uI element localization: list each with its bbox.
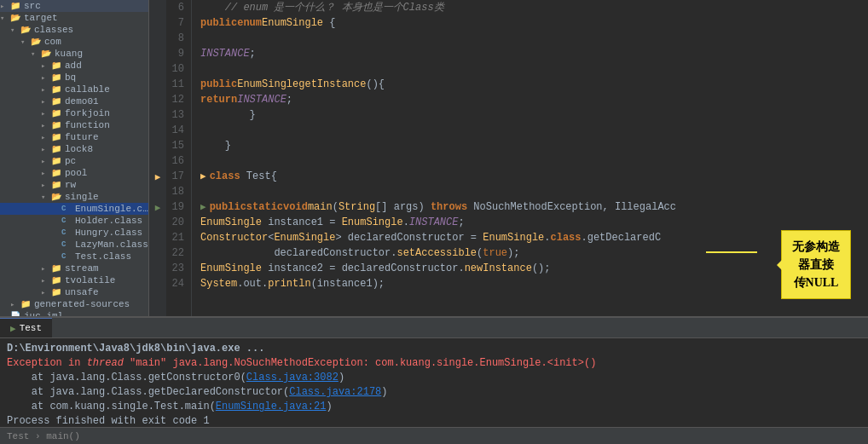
sidebar-item-forkjoin[interactable]: ▸📁forkjoin: [0, 107, 148, 119]
stack-trace: at com.kuang.single.Test.main(EnumSingle…: [7, 401, 333, 412]
sidebar-item-kuang[interactable]: ▾📂kuang: [0, 48, 148, 60]
sidebar-item-lock8[interactable]: ▸📁lock8: [0, 143, 148, 155]
line-number: 10: [170, 61, 184, 77]
process-text: Process finished with exit code 1: [7, 415, 210, 427]
sidebar-item-Test.class[interactable]: CTest.class: [0, 251, 148, 262]
gutter-line: [149, 46, 166, 61]
tree-label: target: [24, 13, 58, 23]
folder-arrow: ▸: [41, 85, 51, 95]
sidebar-item-classes[interactable]: ▾📂classes: [0, 24, 148, 36]
code-line: Constructor<EnumSingle> declaredConstruc…: [200, 230, 868, 245]
tree-label: Test.class: [75, 251, 131, 262]
folder-arrow: ▸: [41, 73, 51, 83]
sidebar-item-src[interactable]: ▸📁src: [0, 0, 148, 12]
line-number: 9: [170, 46, 184, 61]
folder-icon: 📂: [51, 192, 65, 202]
line-number: 11: [170, 77, 184, 92]
sidebar-item-com[interactable]: ▾📂com: [0, 36, 148, 48]
sidebar: ▸📁src▾📂target▾📂classes▾📂com▾📂kuang▸📁add▸…: [0, 0, 149, 316]
line-number: 18: [170, 184, 184, 199]
console-link[interactable]: Class.java:2178: [289, 386, 381, 398]
gutter-line: [149, 31, 166, 46]
gutter-line: [149, 107, 166, 123]
line-number: 17: [170, 169, 184, 184]
sidebar-item-pool[interactable]: ▸📁pool: [0, 167, 148, 179]
code-line: [200, 153, 868, 169]
sidebar-item-rw[interactable]: ▸📁rw: [0, 179, 148, 191]
line-number: 14: [170, 123, 184, 138]
tree-label: src: [24, 1, 41, 11]
tree-label: kuang: [55, 49, 83, 59]
sidebar-item-future[interactable]: ▸📁future: [0, 131, 148, 143]
tree-label: demo01: [65, 96, 99, 107]
code-line: EnumSingle instance2 = declaredConstruct…: [200, 261, 868, 276]
gutter-line: [149, 230, 166, 245]
folder-icon: 📂: [41, 49, 55, 59]
folder-arrow: ▾: [20, 37, 31, 47]
sidebar-item-bq[interactable]: ▸📁bq: [0, 72, 148, 84]
tree-label: LazyMan.class: [75, 239, 148, 250]
arrow-marker: ▶: [200, 169, 206, 184]
sidebar-item-LazyMan.class[interactable]: CLazyMan.class: [0, 239, 148, 251]
folder-arrow: ▸: [41, 264, 51, 274]
class-icon: C: [61, 252, 75, 261]
sidebar-item-single[interactable]: ▾📂single: [0, 191, 148, 203]
folder-arrow: ▸: [41, 121, 51, 130]
folder-arrow: ▾: [10, 26, 20, 35]
folder-arrow: ▸: [41, 169, 51, 178]
sidebar-item-tvolatile[interactable]: ▸📁tvolatile: [0, 274, 148, 286]
folder-arrow: ▸: [0, 2, 10, 11]
tree-label: EnumSingle.class: [75, 204, 148, 214]
gutter-line: [149, 138, 166, 153]
run-icon: ▶: [10, 323, 16, 334]
folder-arrow: ▸: [41, 109, 51, 118]
line-number: 12: [170, 92, 184, 107]
folder-arrow: ▸: [10, 300, 20, 309]
line-number: 8: [170, 31, 184, 46]
sidebar-item-Hungry.class[interactable]: CHungry.class: [0, 227, 148, 239]
sidebar-item-demo01[interactable]: ▸📁demo01: [0, 95, 148, 107]
sidebar-item-callable[interactable]: ▸📁callable: [0, 84, 148, 95]
code-line: ▶ public static void main(String[] args)…: [200, 199, 868, 215]
sidebar-item-EnumSingle.class[interactable]: CEnumSingle.class: [0, 203, 148, 215]
code-line: [200, 31, 868, 46]
line-number: 23: [170, 261, 184, 276]
folder-icon: 📁: [51, 132, 65, 142]
gutter: ▶▶: [149, 0, 166, 316]
tree-label: function: [65, 120, 110, 130]
tab-test[interactable]: ▶ Test: [0, 318, 52, 337]
sidebar-item-juc.iml[interactable]: 📄juc.iml: [0, 310, 148, 316]
tree-label: single: [65, 192, 99, 202]
line-number: 24: [170, 276, 184, 291]
breadcrumb-bar: Test › main(): [0, 427, 868, 444]
run-arrow: ▶: [155, 202, 161, 213]
tree-label: unsafe: [65, 287, 99, 297]
console-link[interactable]: Class.java:3082: [246, 372, 339, 383]
step-arrow: ▶: [155, 171, 161, 182]
folder-arrow: ▸: [41, 157, 51, 166]
sidebar-item-target[interactable]: ▾📂target: [0, 12, 148, 24]
sidebar-item-add[interactable]: ▸📁add: [0, 60, 148, 72]
sidebar-item-stream[interactable]: ▸📁stream: [0, 262, 148, 274]
line-number: 6: [170, 0, 184, 15]
tree-label: lock8: [65, 144, 93, 154]
annotation-popup: 无参构造 器直接 传NULL: [781, 230, 851, 299]
gutter-line: ▶: [149, 199, 166, 215]
sidebar-item-Holder.class[interactable]: CHolder.class: [0, 215, 148, 227]
gutter-line: [149, 61, 166, 77]
folder-arrow: ▾: [31, 49, 41, 59]
gutter-line: [149, 92, 166, 107]
sidebar-item-function[interactable]: ▸📁function: [0, 119, 148, 131]
gutter-line: [149, 261, 166, 276]
sidebar-item-pc[interactable]: ▸📁pc: [0, 155, 148, 167]
folder-icon: 📁: [10, 1, 24, 11]
sidebar-item-unsafe[interactable]: ▸📁unsafe: [0, 286, 148, 298]
tree-label: pool: [65, 168, 87, 178]
line-number: 20: [170, 215, 184, 230]
tree-label: future: [65, 132, 99, 142]
console-link[interactable]: EnumSingle.java:21: [216, 401, 327, 412]
gutter-line: [149, 123, 166, 138]
gutter-line: ▶: [149, 169, 166, 184]
sidebar-item-generated-sources[interactable]: ▸📁generated-sources: [0, 298, 148, 310]
gutter-line: [149, 15, 166, 31]
